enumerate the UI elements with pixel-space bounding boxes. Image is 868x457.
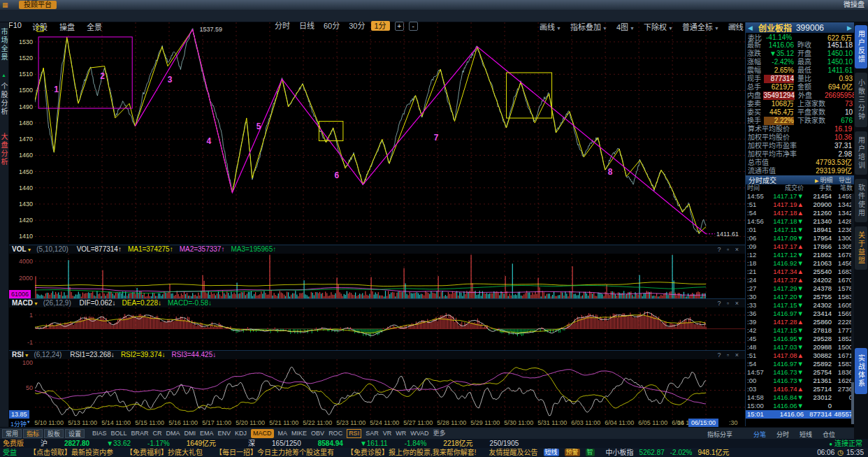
panel-window-icons[interactable]: ? ▫ ×: [718, 351, 741, 359]
sh-market-label[interactable]: 沪: [41, 439, 48, 448]
indicator-MIKE[interactable]: MIKE: [291, 429, 307, 438]
indicator-SAR[interactable]: SAR: [366, 429, 379, 438]
price-chart[interactable]: 123456781537.591411.61: [35, 22, 745, 245]
indicator-MACD[interactable]: MACD: [251, 429, 274, 438]
trade-row[interactable]: 14:551417.17▼214541459: [746, 192, 854, 201]
indicator-EMA[interactable]: EMA: [200, 429, 214, 438]
trade-row[interactable]: :541416.97▼258921583: [746, 360, 854, 368]
sidebar-tab-大盘分析[interactable]: 大盘分析: [0, 133, 9, 166]
chevron-down-icon[interactable]: ▼: [27, 247, 32, 252]
trade-row[interactable]: 14:581416.84▼230120: [746, 393, 854, 402]
indicator-DMA[interactable]: DMA: [166, 429, 180, 438]
trade-row[interactable]: :001416.73▼213611626: [746, 377, 854, 385]
trade-row[interactable]: 14:561417.18▼213401428: [746, 217, 854, 226]
ticker-tag-短线[interactable]: 短线: [544, 449, 559, 456]
right-tab-小散三分钟[interactable]: 小散三分钟: [855, 73, 867, 127]
volume-panel-title: VOL▼ (5,10,120) VOL=877314↑MA1=374275↑MA…: [9, 245, 745, 254]
indicator-share-button[interactable]: 指标分享: [707, 430, 732, 439]
sidebar-tab-个股分析[interactable]: 个股分析: [0, 82, 9, 116]
sidebar-tab-市场全景[interactable]: 市场全景: [0, 28, 9, 61]
trade-row[interactable]: :451416.95▼295281852: [746, 335, 854, 343]
news-link[interactable]: 【免费福利】抄底大礼包: [126, 448, 203, 457]
trade-row[interactable]: :481417.03▼209881500: [746, 343, 854, 351]
panel-window-icons[interactable]: ? ▫ ×: [718, 299, 741, 307]
trade-row[interactable]: :181416.92▼210631456: [746, 259, 854, 268]
trade-row[interactable]: :061417.09▼179541300: [746, 234, 854, 242]
indicator-KDJ[interactable]: KDJ: [235, 429, 247, 438]
indicator-DMI[interactable]: DMI: [185, 429, 196, 438]
indicator-BOLL[interactable]: BOLL: [111, 429, 127, 438]
trade-row[interactable]: :271417.29▼243781578: [746, 284, 854, 293]
pane-tab-分笔[interactable]: 分笔: [753, 430, 766, 439]
trade-row[interactable]: :211417.34▲255401683: [746, 268, 854, 276]
trade-row[interactable]: :511417.08▲308821671: [746, 351, 854, 360]
trade-row[interactable]: 15:001416.06▼0: [746, 402, 854, 410]
sz-market-label[interactable]: 深: [248, 439, 255, 448]
advisor-platform-badge[interactable]: 投顾平台: [19, 1, 57, 9]
trade-row[interactable]: :541417.18▲212601342: [746, 209, 854, 217]
indicator-group-常用[interactable]: 常用: [2, 429, 22, 438]
detail-button[interactable]: 明细: [820, 177, 832, 184]
indicator-MA[interactable]: MA: [278, 429, 288, 438]
next-symbol-arrow[interactable]: ▶: [847, 24, 852, 31]
panel-window-icons[interactable]: ? ▫ ×: [718, 245, 741, 254]
indicator-ROC[interactable]: ROC: [328, 429, 342, 438]
news-link[interactable]: 【免费诊股】报上你的股票,我来帮你解套!: [347, 448, 477, 457]
trade-row[interactable]: :031416.74▲257142736: [746, 385, 854, 393]
trade-row[interactable]: :511417.19▲209001342: [746, 201, 854, 209]
trade-row[interactable]: :301417.20▼257551583: [746, 293, 854, 301]
trade-row[interactable]: :241417.37▲242021670: [746, 276, 854, 284]
trade-row[interactable]: :331417.15▼243021605: [746, 301, 854, 310]
indicator-group-指标[interactable]: 指标: [23, 429, 43, 438]
volume-axis: 61006 40002000: [9, 254, 35, 298]
trade-row[interactable]: 15:011416.0687731448557: [746, 410, 854, 419]
indicator-WR[interactable]: WR: [396, 429, 406, 438]
right-tab-关于益盟[interactable]: 关于益盟: [855, 226, 867, 270]
trade-row[interactable]: :011417.11▼189411236: [746, 226, 854, 234]
news-link[interactable]: 【每日一招】今日主力抢筹个股这里有: [215, 448, 334, 457]
micro-trade-link[interactable]: 微操盘: [844, 0, 865, 10]
rsi-axis: 13.85 10050: [9, 359, 35, 419]
trade-row[interactable]: :391417.28▲258602228: [746, 318, 854, 326]
indicator-WVAD[interactable]: WVAD: [410, 429, 428, 438]
indicator-VR[interactable]: VR: [383, 429, 392, 438]
sme-index-label[interactable]: 中小板指: [606, 448, 634, 457]
right-tab-用户反馈[interactable]: 用户反馈: [855, 25, 867, 68]
chevron-down-icon[interactable]: ▼: [24, 353, 29, 358]
news-link[interactable]: 【点击领取】最新投资内参: [29, 448, 113, 457]
indicator-RSI[interactable]: RSI: [347, 429, 361, 438]
pane-tab-仓位[interactable]: 仓位: [823, 430, 835, 439]
ticker-tag-智[interactable]: 智: [586, 449, 595, 456]
indicator-group-设置[interactable]: 设置: [65, 429, 85, 438]
indicator-CR[interactable]: CR: [153, 429, 162, 438]
export-button[interactable]: 导出: [839, 177, 851, 184]
macd-indicator-label[interactable]: MACD: [12, 299, 33, 307]
right-tab-软件使用[interactable]: 软件使用: [855, 179, 867, 222]
trade-row[interactable]: :091417.17▲178661305: [746, 242, 854, 251]
indicator-BIAS[interactable]: BIAS: [92, 429, 107, 438]
indicator-更多[interactable]: 更多: [433, 429, 446, 438]
rsi-chart[interactable]: [35, 359, 745, 419]
vol-indicator-label[interactable]: VOL: [12, 245, 27, 253]
indicator-group-股板[interactable]: 股板: [44, 429, 64, 438]
news-link[interactable]: 友情提醒及公告: [489, 448, 538, 457]
trade-row[interactable]: :421417.15▼278181777: [746, 326, 854, 335]
indicator-ENV[interactable]: ENV: [218, 429, 231, 438]
pane-tab-分时[interactable]: 分时: [776, 430, 789, 439]
indicator-BRAR[interactable]: BRAR: [131, 429, 149, 438]
app-grid-icon[interactable]: ▦: [2, 0, 8, 10]
trade-row[interactable]: 14:571416.73▼257541836: [746, 368, 854, 377]
macd-chart[interactable]: [35, 307, 745, 350]
trade-row[interactable]: :361416.97▼234141569: [746, 310, 854, 318]
trade-table[interactable]: 14:551417.17▼214541459:511417.19▲2090013…: [746, 192, 854, 419]
right-tab-用户培训[interactable]: 用户培训: [855, 131, 867, 175]
trade-row[interactable]: :121417.12▼218621678: [746, 251, 854, 259]
right-tab-实战体系[interactable]: 实战体系: [855, 348, 867, 394]
chevron-down-icon[interactable]: ▼: [34, 301, 38, 306]
rsi-indicator-label[interactable]: RSI: [12, 351, 24, 358]
indicator-OBV[interactable]: OBV: [311, 429, 324, 438]
volume-chart[interactable]: [35, 254, 745, 298]
pane-tab-短线[interactable]: 短线: [800, 430, 812, 439]
prev-symbol-arrow[interactable]: ◀: [748, 24, 753, 31]
ticker-tag-预警[interactable]: 预警: [565, 449, 580, 456]
